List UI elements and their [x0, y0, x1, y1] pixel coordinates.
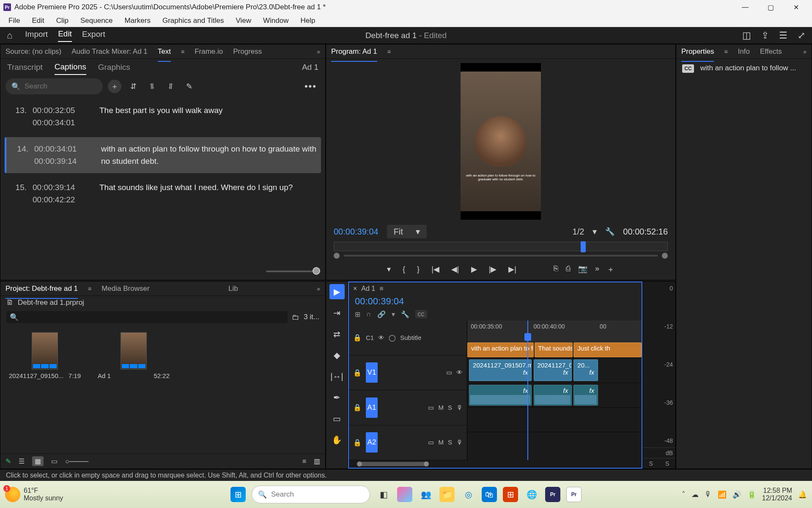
subtab-graphics[interactable]: Graphics	[98, 60, 130, 75]
tab-progress[interactable]: Progress	[233, 45, 262, 58]
mute-button[interactable]: M	[438, 439, 444, 446]
caption-item[interactable]: 14.00:00:34:0100:00:39:14with an action …	[5, 137, 321, 173]
go-to-out-button[interactable]: ▶|	[508, 265, 516, 274]
menu-markers[interactable]: Markers	[119, 15, 156, 27]
mark-out-button[interactable]: }	[417, 265, 420, 274]
tl-marker-icon[interactable]: ▾	[392, 310, 395, 318]
caption-search-input[interactable]	[25, 82, 97, 91]
premiere-beta-icon[interactable]: Pr	[545, 487, 560, 502]
project-overflow-icon[interactable]: »	[317, 285, 320, 292]
voiceover-record-icon[interactable]: 🎙	[456, 439, 463, 446]
copilot-taskbar-icon[interactable]	[397, 487, 412, 502]
project-item[interactable]: 20241127_09150...7:19	[9, 332, 81, 379]
rectangle-tool[interactable]: ▭	[329, 411, 345, 426]
audio-clip[interactable]: fx	[573, 385, 598, 406]
audio-meters[interactable]: 0 -12 -24 -36 -48 dB SS	[642, 282, 675, 469]
merge-up-button[interactable]: ⥮	[145, 80, 159, 93]
menu-help[interactable]: Help	[295, 15, 321, 27]
tray-mic-icon[interactable]: 🎙	[705, 490, 712, 499]
toggle-sync-icon[interactable]: ▭	[428, 439, 434, 446]
workspace-edit-tab[interactable]: Edit	[58, 29, 72, 42]
a2-track-header[interactable]: 🔒 A2 ▭ M S 🎙	[349, 425, 467, 461]
taskbar-clock[interactable]: 12:58 PM 12/1/2024	[762, 487, 792, 502]
toggle-output-icon[interactable]: 👁	[456, 369, 463, 376]
pen-tool[interactable]: ✒	[329, 390, 345, 405]
razor-tool[interactable]: ◆	[329, 348, 345, 363]
lock-icon[interactable]: 🔒	[353, 334, 362, 342]
store-icon[interactable]: 🛍	[482, 487, 497, 502]
video-clip[interactable]: 20241127_0...fx	[534, 359, 572, 381]
audio-clip[interactable]: fx	[469, 385, 532, 406]
menu-sequence[interactable]: Sequence	[74, 15, 119, 27]
add-marker-button[interactable]: ▾	[387, 265, 391, 274]
caption-zoom-slider[interactable]	[266, 271, 317, 272]
timeline-playhead[interactable]	[527, 320, 528, 460]
caption-type-icon[interactable]: ◯	[389, 334, 396, 342]
tab-libraries[interactable]: Lib	[228, 282, 238, 295]
program-zoom-handle-right[interactable]	[662, 253, 668, 259]
tab-text[interactable]: Text	[158, 45, 171, 58]
subtab-transcript[interactable]: Transcript	[7, 60, 43, 75]
tl-linked-selection-icon[interactable]: 🔗	[377, 310, 386, 318]
v1-track[interactable]: 20241127_091507.mp4 [V] [...fx20241127_0…	[467, 358, 642, 383]
lock-icon[interactable]: 🔒	[353, 403, 362, 411]
subtab-captions[interactable]: Captions	[55, 60, 86, 75]
subtitle-clip[interactable]: Just click th	[573, 342, 642, 357]
window-minimize-button[interactable]: —	[732, 0, 758, 14]
icon-view-icon[interactable]: ▦	[32, 456, 44, 466]
tab-info[interactable]: Info	[738, 45, 750, 58]
office-icon[interactable]: ⊞	[503, 487, 518, 502]
taskbar-weather-widget[interactable]: 1 61°F Mostly sunny	[5, 487, 63, 502]
taskbar-search[interactable]: 🔍	[252, 486, 370, 503]
file-explorer-icon[interactable]: 📁	[439, 487, 455, 502]
tab-effects[interactable]: Effects	[760, 45, 782, 58]
program-video-area[interactable]: with an action plan to follow through on…	[461, 63, 541, 220]
a1-track[interactable]: fx fx fx	[467, 383, 642, 408]
meter-solo-r[interactable]: S	[665, 460, 669, 467]
go-to-in-button[interactable]: |◀	[431, 265, 439, 274]
sequence-tab-menu-icon[interactable]: ≡	[379, 285, 383, 293]
tab-project-menu-icon[interactable]: ≡	[88, 285, 91, 292]
tab-frameio[interactable]: Frame.io	[195, 45, 223, 58]
tab-source[interactable]: Source: (no clips)	[5, 45, 61, 58]
subtitle-track[interactable]: vith an action plan to follow t...That s…	[467, 342, 642, 358]
program-ruler[interactable]	[334, 242, 668, 251]
lift-button[interactable]: ⎘	[554, 264, 558, 274]
button-editor-icon[interactable]: ＋	[607, 264, 614, 274]
project-item[interactable]: Ad 152:22	[98, 332, 170, 379]
audio-clip[interactable]: fx	[534, 385, 572, 406]
subtitle-clip[interactable]: That sounds like ...	[535, 342, 573, 357]
toggle-sync-icon[interactable]: ▭	[446, 369, 452, 376]
menu-edit[interactable]: Edit	[26, 15, 50, 27]
ripple-tool[interactable]: ⇄	[329, 326, 345, 342]
program-zoom-handle-left[interactable]	[334, 253, 340, 259]
export-frame-button[interactable]: 📷	[578, 264, 587, 274]
tab-properties[interactable]: Properties	[681, 45, 714, 58]
extract-button[interactable]: ⎙	[566, 264, 571, 274]
tray-chevron-icon[interactable]: ˄	[682, 490, 686, 499]
notifications-icon[interactable]: 🔔	[798, 490, 807, 499]
subtitle-track-header[interactable]: 🔒 C1 👁 ◯ Subtitle	[349, 320, 467, 356]
split-caption-button[interactable]: ⇵	[126, 80, 140, 93]
slip-tool[interactable]: |↔|	[329, 369, 345, 384]
sort-icon[interactable]: ≡	[302, 458, 306, 465]
caption-text[interactable]: That sounds like just what I need. Where…	[99, 182, 317, 206]
tl-insert-icon[interactable]: ⊞	[355, 310, 360, 318]
tab-text-menu-icon[interactable]: ≡	[181, 48, 184, 55]
program-current-timecode[interactable]: 00:00:39:04	[334, 227, 379, 237]
tab-program[interactable]: Program: Ad 1	[331, 45, 377, 58]
caption-more-icon[interactable]: •••	[304, 81, 317, 92]
menu-file[interactable]: File	[3, 15, 26, 27]
timeline-tracks-area[interactable]: 00:00:35:00 00:00:40:00 00 vith an actio…	[467, 320, 642, 460]
program-zoom-bar[interactable]	[344, 255, 658, 257]
window-maximize-button[interactable]: ▢	[758, 0, 783, 14]
menu-graphics[interactable]: Graphics and Titles	[156, 15, 230, 27]
timeline-horizontal-scrollbar[interactable]	[349, 460, 642, 468]
home-icon[interactable]: ⌂	[7, 30, 12, 41]
tab-project[interactable]: Project: Debt-free ad 1	[5, 282, 78, 295]
chrome-icon[interactable]: 🌐	[524, 487, 539, 502]
new-item-pencil-icon[interactable]: ✎	[5, 457, 11, 465]
tab-program-menu-icon[interactable]: ≡	[387, 48, 391, 55]
subtitle-clip[interactable]: vith an action plan to follow t...	[467, 342, 534, 357]
taskbar-search-input[interactable]	[271, 490, 361, 499]
